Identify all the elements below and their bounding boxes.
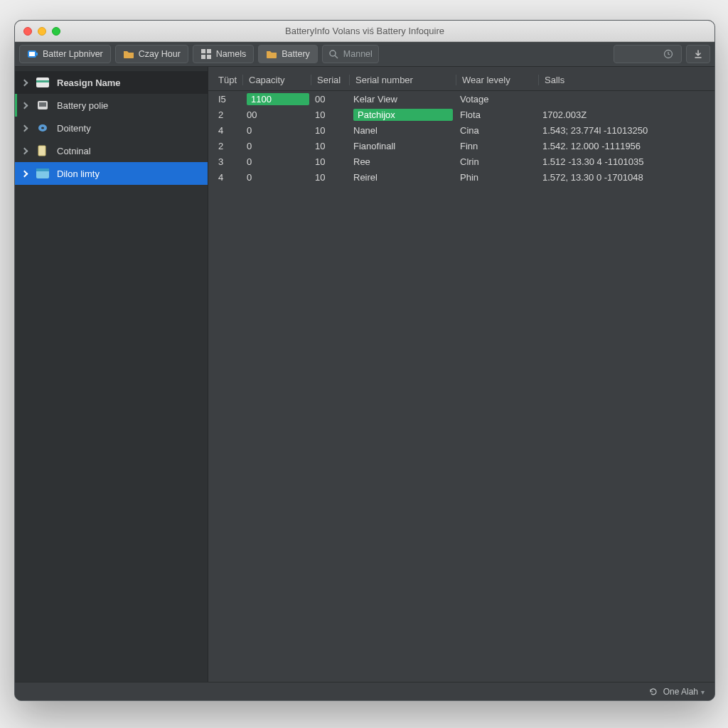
cell-serial-number: Kelar View: [349, 94, 456, 105]
table-row[interactable]: 4 0 10 Nanel Cina 1.543; 23.774l -110132…: [208, 122, 714, 138]
cell-capacity: 0: [242, 156, 311, 167]
svg-rect-16: [38, 146, 46, 156]
toolbar-button-czay[interactable]: Czay Hour: [115, 45, 188, 63]
status-text[interactable]: One Alah: [663, 687, 705, 697]
svg-rect-3: [201, 49, 205, 53]
sidebar-item-label: Doitenty: [57, 123, 91, 134]
svg-rect-4: [207, 49, 211, 53]
toolbar-button-label: Czay Hour: [139, 49, 181, 59]
svg-rect-2: [29, 52, 35, 56]
app-window: BatteryInfo Volans viś Battery Infoquire…: [14, 20, 715, 701]
toolbar-button-batter[interactable]: Batter Lpbniver: [19, 45, 111, 63]
table-row[interactable]: 3 0 10 Ree Clrin 1.512 -13.30 4 -1101035: [208, 154, 714, 169]
cell-wear: Flota: [456, 109, 538, 120]
svg-line-8: [335, 55, 338, 58]
body: Reasign Name Battery polie Doitenty: [15, 67, 714, 682]
sidebar-item-dilon-limty[interactable]: Dilon limty: [15, 162, 208, 185]
sidebar-header[interactable]: Reasign Name: [15, 71, 208, 94]
chevron-right-icon: [21, 147, 28, 154]
grid-icon: [200, 48, 212, 60]
card-icon: [36, 77, 50, 88]
toolbar: Batter Lpbniver Czay Hour Namels Battery…: [15, 42, 714, 67]
page-icon: [36, 145, 50, 156]
refresh-icon[interactable]: [649, 687, 658, 696]
column-header-serial-number[interactable]: Serial number: [349, 75, 456, 85]
cell-salls: 1.512 -13.30 4 -1101035: [538, 156, 714, 167]
cell-wear: Phin: [456, 172, 538, 183]
cell-wear: Clrin: [456, 156, 538, 167]
cell-capacity: 0: [242, 125, 311, 136]
svg-rect-13: [39, 102, 46, 107]
column-header-wear-levely[interactable]: Wear levely: [456, 75, 538, 85]
folder-icon: [266, 48, 277, 60]
table-row[interactable]: I5 1100 00 Kelar View Votage: [208, 91, 714, 107]
cell-serial-number: Fianofinall: [349, 141, 456, 151]
sidebar-item-doitenty[interactable]: Doitenty: [15, 117, 208, 139]
window-title: BatteryInfo Volans viś Battery Infoquire: [15, 26, 714, 36]
cell-tupt: 3: [208, 156, 242, 167]
search-field[interactable]: Mannel: [322, 45, 379, 63]
toolbar-extra-box[interactable]: [614, 45, 682, 63]
cell-serial-number: Patchijox: [349, 109, 456, 121]
svg-rect-11: [36, 80, 49, 82]
svg-point-15: [41, 127, 44, 129]
toolbar-button-battery[interactable]: Battery: [258, 45, 318, 63]
cell-tupt: 4: [208, 125, 242, 136]
svg-point-7: [330, 50, 336, 56]
sidebar-item-label: Cotninal: [57, 146, 91, 156]
sidebar-header-label: Reasign Name: [57, 77, 121, 88]
cell-salls: 1.572, 13.30 0 -1701048: [538, 172, 714, 183]
cell-capacity: 00: [242, 109, 311, 120]
clock-icon: [663, 48, 674, 60]
cell-wear: Cina: [456, 125, 538, 136]
sidebar-item-label: Dilon limty: [57, 168, 100, 179]
device-icon: [36, 100, 50, 111]
statusbar: One Alah: [15, 682, 714, 700]
cell-wear: Finn: [456, 141, 538, 151]
table-row[interactable]: 4 0 10 Reirel Phin 1.572, 13.30 0 -17010…: [208, 169, 714, 185]
cell-serial: 10: [311, 156, 349, 167]
cell-serial: 10: [311, 109, 349, 120]
toolbar-button-label: Batter Lpbniver: [43, 49, 103, 59]
cell-tupt: 4: [208, 172, 242, 183]
battery-icon: [27, 48, 38, 60]
cell-salls: 1.542. 12.000 -1111956: [538, 141, 714, 151]
chevron-right-icon: [21, 102, 28, 109]
cell-salls: 1.543; 23.774l -11013250: [538, 125, 714, 136]
table-row[interactable]: 2 0 10 Fianofinall Finn 1.542. 12.000 -1…: [208, 138, 714, 154]
cell-tupt: I5: [208, 94, 242, 105]
disk-icon: [36, 122, 50, 134]
cell-serial-number: Reirel: [349, 172, 456, 183]
chevron-right-icon: [21, 79, 28, 86]
column-header-capacity[interactable]: Capacity: [242, 75, 311, 85]
cell-serial: 10: [311, 172, 349, 183]
table-row[interactable]: 2 00 10 Patchijox Flota 1702.003Z: [208, 107, 714, 122]
toolbar-button-label: Namels: [216, 49, 246, 59]
toolbar-download-button[interactable]: [686, 45, 710, 63]
cell-serial: 10: [311, 141, 349, 151]
column-header-salls[interactable]: Salls: [538, 75, 714, 85]
chevron-right-icon: [21, 124, 28, 132]
cell-capacity: 0: [242, 141, 311, 151]
window-icon: [36, 168, 50, 179]
sidebar-item-cotninal[interactable]: Cotninal: [15, 139, 208, 162]
sidebar: Reasign Name Battery polie Doitenty: [15, 67, 208, 682]
main-panel: Tüpt Capacity Serial Serial number Wear …: [208, 67, 714, 682]
column-header-tupt[interactable]: Tüpt: [208, 75, 242, 85]
sidebar-item-battery-polie[interactable]: Battery polie: [15, 94, 208, 117]
folder-icon: [123, 48, 134, 60]
svg-rect-5: [201, 55, 205, 59]
toolbar-button-namels[interactable]: Namels: [193, 45, 254, 63]
cell-serial-number: Nanel: [349, 125, 456, 136]
cell-capacity: 1100: [242, 93, 311, 105]
download-icon: [692, 48, 704, 60]
titlebar: BatteryInfo Volans viś Battery Infoquire: [15, 21, 714, 42]
cell-serial-number: Ree: [349, 156, 456, 167]
column-header-serial[interactable]: Serial: [311, 75, 349, 85]
cell-tupt: 2: [208, 141, 242, 151]
svg-rect-18: [36, 168, 49, 171]
search-icon: [328, 48, 339, 60]
cell-serial: 00: [311, 94, 349, 105]
table-header: Tüpt Capacity Serial Serial number Wear …: [208, 67, 714, 91]
svg-rect-6: [207, 55, 211, 59]
